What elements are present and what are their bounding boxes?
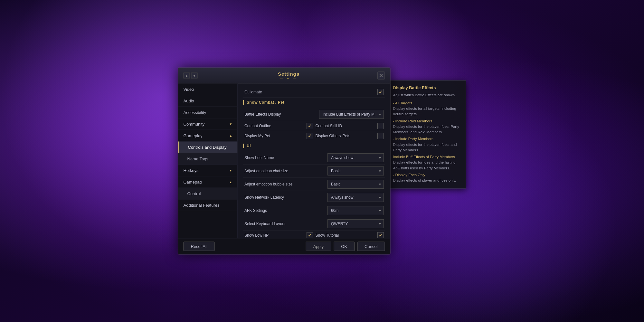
- sidebar-label-controls-and-display: Controls and Display: [188, 145, 227, 150]
- section-ui-header: UI: [243, 144, 385, 148]
- battle-effects-row: Battle Effects Display Include Buff Effe…: [243, 108, 385, 121]
- header-scroll-down-btn[interactable]: ▼: [191, 73, 198, 79]
- sidebar-label-audio: Audio: [184, 99, 194, 103]
- network-latency-dropdown-arrow-icon: ▼: [378, 195, 382, 199]
- sidebar-label-name-tags: Name Tags: [187, 156, 209, 161]
- tooltip-option-foes-only-desc: Display effects of player and foes only.: [393, 178, 462, 183]
- reset-all-button[interactable]: Reset All: [184, 242, 215, 251]
- sidebar: Video Audio Accessibility Community ▼ Ga…: [178, 84, 238, 238]
- tooltip-option-all-targets: - All Targets Display effects for all ta…: [393, 100, 462, 117]
- sidebar-label-gameplay: Gameplay: [184, 133, 203, 138]
- modal-title-container: Settings — ✦ —: [200, 71, 377, 80]
- cancel-button[interactable]: Cancel: [357, 242, 385, 251]
- modal-title-decoration: — ✦ —: [280, 77, 298, 80]
- network-latency-dropdown[interactable]: Always show ▼: [327, 193, 384, 202]
- sidebar-item-controls-and-display[interactable]: Controls and Display: [178, 142, 238, 153]
- sidebar-item-additional-features[interactable]: Additional Features: [178, 200, 238, 211]
- sidebar-item-name-tags[interactable]: Name Tags: [178, 153, 238, 165]
- afk-settings-row: AFK Settings 60m ▼: [243, 204, 385, 217]
- sidebar-label-video: Video: [184, 87, 194, 92]
- modal-body: Video Audio Accessibility Community ▼ Ga…: [178, 84, 390, 238]
- battle-effects-value: Include Buff Effects of Party M: [323, 112, 374, 117]
- show-loot-name-control: Always show ▼: [327, 153, 384, 162]
- header-mini-buttons: ▲ ▼: [184, 73, 198, 79]
- sidebar-item-control[interactable]: Control: [178, 188, 238, 200]
- combat-skill-id-label: Combat Skill ID: [315, 124, 375, 128]
- battle-effects-dropdown[interactable]: Include Buff Effects of Party M ▼: [319, 110, 384, 119]
- battle-effects-dropdown-arrow-icon: ▼: [378, 112, 382, 116]
- combat-skill-id-checkbox[interactable]: [377, 123, 384, 129]
- sidebar-item-hotkeys[interactable]: Hotkeys ▼: [178, 165, 238, 176]
- emoticon-bubble-label: Adjust emoticon bubble size: [244, 182, 327, 186]
- header-scroll-up-btn[interactable]: ▲: [184, 73, 190, 79]
- keyboard-layout-label: Select Keyboard Layout: [244, 222, 327, 226]
- display-my-pet-cell: Display My Pet: [244, 133, 313, 139]
- battle-effects-tooltip: Display Battle Effects Adjust which Batt…: [389, 80, 466, 189]
- show-loot-name-row: Show Loot Name Always show ▼: [243, 151, 385, 165]
- sidebar-label-hotkeys: Hotkeys: [184, 168, 199, 173]
- display-my-pet-checkbox[interactable]: [306, 133, 313, 139]
- show-loot-name-dropdown[interactable]: Always show ▼: [327, 153, 384, 162]
- sidebar-item-gameplay[interactable]: Gameplay ▲: [178, 130, 238, 142]
- sidebar-item-audio[interactable]: Audio: [178, 95, 238, 107]
- modal-footer: Reset All Apply OK Cancel: [178, 238, 390, 254]
- tooltip-option-party-members-title: - Include Party Members: [393, 136, 462, 142]
- keyboard-layout-value: QWERTY: [331, 222, 348, 226]
- tooltip-option-party-members-desc: Display effects for the player, foes, an…: [393, 142, 462, 153]
- display-others-pets-checkbox[interactable]: [377, 133, 384, 139]
- emoticon-chat-dropdown[interactable]: Basic ▼: [327, 166, 384, 175]
- emoticon-chat-control: Basic ▼: [327, 166, 384, 175]
- emoticon-chat-label: Adjust emoticon chat size: [244, 169, 327, 173]
- combat-outline-label: Combat Outline: [244, 124, 304, 128]
- afk-settings-dropdown[interactable]: 60m ▼: [327, 206, 384, 215]
- settings-modal: ▲ ▼ Settings — ✦ — ✕ Video Audio Accessi…: [178, 68, 391, 255]
- network-latency-value: Always show: [331, 195, 353, 200]
- display-my-pet-label: Display My Pet: [244, 134, 304, 138]
- emoticon-chat-dropdown-arrow-icon: ▼: [378, 169, 382, 173]
- low-hp-tutorial-row: Show Low HP Show Tutorial: [243, 231, 385, 238]
- combat-skill-id-cell: Combat Skill ID: [315, 123, 384, 129]
- apply-button[interactable]: Apply: [306, 242, 331, 251]
- emoticon-bubble-dropdown-arrow-icon: ▼: [378, 182, 382, 186]
- ok-button[interactable]: OK: [334, 242, 355, 251]
- emoticon-chat-row: Adjust emoticon chat size Basic ▼: [243, 165, 385, 178]
- display-pets-row: Display My Pet Display Others' Pets: [243, 131, 385, 141]
- emoticon-bubble-dropdown[interactable]: Basic ▼: [327, 180, 384, 189]
- combat-outline-cell: Combat Outline: [244, 123, 313, 129]
- network-latency-row: Show Network Latency Always show ▼: [243, 191, 385, 204]
- keyboard-layout-dropdown[interactable]: QWERTY ▼: [327, 219, 384, 228]
- show-tutorial-label: Show Tutorial: [315, 233, 375, 238]
- section-combat-header: Show Combat / Pet: [243, 100, 385, 105]
- show-tutorial-checkbox[interactable]: [377, 232, 384, 238]
- ui-section: UI Show Loot Name Always show ▼: [243, 144, 385, 238]
- gamepad-chevron-icon: ▲: [229, 180, 232, 184]
- sidebar-item-video[interactable]: Video: [178, 84, 238, 95]
- guildmate-checkbox[interactable]: [377, 89, 384, 95]
- tooltip-option-all-targets-title: - All Targets: [393, 100, 462, 106]
- sidebar-label-accessibility: Accessibility: [184, 110, 206, 115]
- keyboard-layout-row: Select Keyboard Layout QWERTY ▼: [243, 217, 385, 231]
- combat-outline-checkbox[interactable]: [306, 123, 313, 129]
- emoticon-bubble-value: Basic: [331, 182, 340, 186]
- afk-settings-control: 60m ▼: [327, 206, 384, 215]
- tooltip-option-raid-members-title: - Include Raid Members: [393, 118, 462, 124]
- emoticon-chat-value: Basic: [331, 169, 340, 173]
- afk-settings-value: 60m: [331, 208, 338, 213]
- afk-settings-label: AFK Settings: [244, 208, 327, 213]
- emoticon-bubble-control: Basic ▼: [327, 180, 384, 189]
- hotkeys-chevron-icon: ▼: [229, 169, 232, 172]
- tooltip-option-all-targets-desc: Display effects for all targets, includi…: [393, 106, 462, 117]
- community-chevron-icon: ▼: [229, 122, 232, 126]
- show-low-hp-checkbox[interactable]: [306, 232, 313, 238]
- sidebar-item-community[interactable]: Community ▼: [178, 118, 238, 130]
- sidebar-item-accessibility[interactable]: Accessibility: [178, 107, 238, 118]
- close-button[interactable]: ✕: [377, 72, 385, 80]
- sidebar-label-additional-features: Additional Features: [184, 203, 220, 208]
- content-scroll: Guildmate Show Combat / Pet Battle Effec…: [238, 84, 390, 238]
- battle-effects-control: Include Buff Effects of Party M ▼: [319, 110, 384, 119]
- tooltip-option-raid-members-desc: Display effects for the player, foes, Pa…: [393, 124, 462, 135]
- sidebar-item-gamepad[interactable]: Gamepad ▲: [178, 176, 238, 188]
- display-others-pets-cell: Display Others' Pets: [315, 133, 384, 139]
- keyboard-dropdown-arrow-icon: ▼: [378, 222, 382, 225]
- modal-header: ▲ ▼ Settings — ✦ — ✕: [178, 68, 390, 84]
